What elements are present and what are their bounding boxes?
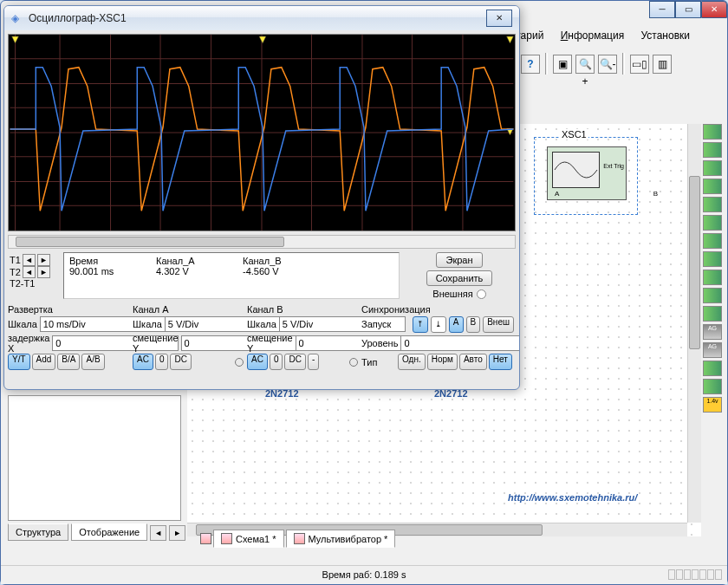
chb-dc-button[interactable]: DC (284, 354, 305, 370)
svg-marker-18 (259, 36, 266, 43)
channel-a-panel: Канал A Шкала смещение Y AC 0 DC (133, 302, 244, 371)
palette-icon[interactable] (703, 361, 722, 376)
osc-readout: T1 ◄ ► T2 ◄ ► T2-T1 Время90.001 ms Канал… (8, 252, 516, 299)
readout-values: Время90.001 ms Канал_A4.302 V Канал_B-4.… (63, 252, 400, 299)
palette-icon[interactable] (703, 233, 722, 249)
add-button[interactable]: Add (32, 354, 56, 370)
minimize-button[interactable]: ─ (649, 1, 675, 18)
palette-icon[interactable]: AG (703, 342, 722, 358)
menu-item[interactable]: Информация (561, 29, 624, 42)
pages-icon[interactable]: ▥ (653, 55, 672, 74)
sweep-panel: Развертка Шкала задержка X Y/T Add B/A A… (8, 302, 129, 371)
trig-single-button[interactable]: Одн. (398, 354, 426, 370)
left-panel (8, 395, 181, 521)
xsc1-label: XSC1 (560, 129, 588, 140)
ba-button[interactable]: B/A (57, 354, 80, 370)
osc-title-text: Осциллограф-XSC1 (29, 12, 127, 24)
ab-button[interactable]: A/B (81, 354, 104, 370)
osc-horizontal-scrollbar[interactable] (8, 235, 516, 249)
screen-button[interactable]: Экран (436, 252, 482, 268)
zoom-in-icon[interactable]: 🔍+ (575, 55, 595, 74)
external-radio[interactable] (477, 289, 486, 299)
save-button[interactable]: Сохранить (426, 270, 493, 286)
palette-icon[interactable]: 1.4v (703, 397, 722, 413)
svg-marker-17 (12, 36, 19, 43)
channel-b-panel: Канал B Шкала смещение Y AC 0 DC - (247, 302, 358, 371)
ext-trig-label: Ext Trig (603, 163, 624, 169)
main-window-controls: ─ ▭ ✕ (649, 1, 727, 18)
t2-right-button[interactable]: ► (37, 266, 50, 278)
menu-item[interactable]: Установки (641, 29, 690, 42)
t1-left-button[interactable]: ◄ (23, 254, 36, 266)
close-button[interactable]: ✕ (701, 1, 727, 18)
oscilloscope-window: ◈ Осциллограф-XSC1 ✕ T1 (3, 5, 520, 390)
trigger-panel: Синхронизация Запуск ⤒ ⤓ A B Внеш Уровен… (361, 302, 514, 371)
ab-labels: A B (555, 190, 675, 198)
tab-structure[interactable]: Структура (8, 523, 68, 541)
palette-icon[interactable] (703, 251, 722, 267)
cha-radio[interactable] (235, 358, 244, 367)
status-runtime: Время раб: 0.189 s (322, 569, 406, 580)
book-icon[interactable]: ▭▯ (630, 55, 649, 74)
tab-nav-prev[interactable]: ◄ (150, 525, 166, 541)
zoom-out-icon[interactable]: 🔍- (598, 55, 617, 74)
chb-radio[interactable] (349, 358, 358, 367)
schematic-icon (294, 533, 305, 544)
cha-ac-button[interactable]: AC (133, 354, 153, 370)
palette-icon[interactable] (703, 306, 722, 322)
palette-icon[interactable] (703, 179, 722, 194)
help-icon[interactable]: ? (521, 55, 540, 74)
palette-icon[interactable] (703, 197, 722, 212)
trig-level-input[interactable] (400, 335, 520, 351)
chb-minus-button[interactable]: - (308, 354, 319, 370)
toolbar: ? ▣ 🔍+ 🔍- ▭▯ ▥ (521, 49, 727, 79)
screen-icon[interactable]: ▣ (553, 55, 572, 74)
trig-none-button[interactable]: Нет (489, 354, 512, 370)
xsc1-component[interactable]: Ext Trig A B (547, 146, 627, 200)
t2-left-button[interactable]: ◄ (23, 266, 36, 278)
palette-icon[interactable] (703, 288, 722, 303)
chb-0-button[interactable]: 0 (270, 354, 283, 370)
trig-auto-button[interactable]: Авто (459, 354, 487, 370)
palette-icon[interactable] (703, 160, 722, 176)
cha-dc-button[interactable]: DC (170, 354, 191, 370)
cha-0-button[interactable]: 0 (155, 354, 169, 370)
chb-ac-button[interactable]: AC (247, 354, 268, 370)
menu-bar-fragment: нтарий Информация Установки (504, 29, 697, 42)
oscilloscope-screen[interactable] (8, 34, 516, 231)
trig-ext-button[interactable]: Внеш (483, 316, 514, 333)
left-panel-tabs: Структура Отображение ◄ ► (8, 523, 185, 541)
palette-icon[interactable] (703, 379, 722, 394)
osc-titlebar[interactable]: ◈ Осциллограф-XSC1 ✕ (4, 6, 519, 30)
status-bar: Время раб: 0.189 s (1, 565, 727, 584)
trig-b-button[interactable]: B (466, 316, 481, 333)
tab-display[interactable]: Отображение (71, 523, 147, 541)
external-label: Внешняя (432, 289, 472, 299)
url-text: http://www.sxemotehnika.ru/ (508, 492, 637, 503)
tab-multivibrator[interactable]: Мультивибратор * (286, 530, 396, 548)
oscilloscope-icon: ◈ (11, 12, 23, 24)
palette-icon[interactable] (703, 142, 722, 158)
trig-a-button[interactable]: A (449, 316, 464, 333)
trig-rising-icon[interactable]: ⤒ (413, 316, 428, 333)
palette-icon[interactable] (703, 124, 722, 140)
t1-right-button[interactable]: ► (37, 254, 50, 266)
osc-close-button[interactable]: ✕ (486, 10, 512, 27)
svg-marker-19 (507, 36, 514, 43)
palette-icon[interactable] (703, 215, 722, 231)
palette-icon[interactable]: AG (703, 324, 722, 340)
trig-falling-icon[interactable]: ⤓ (431, 316, 446, 333)
trig-norm-button[interactable]: Норм (427, 354, 458, 370)
canvas-scrollbar-vertical[interactable] (687, 124, 701, 523)
osc-control-panels: Развертка Шкала задержка X Y/T Add B/A A… (8, 302, 516, 371)
tab-schema1[interactable]: Схема1 * (213, 530, 284, 548)
tab-nav-next[interactable]: ► (169, 525, 185, 541)
schematic-icon (221, 533, 232, 544)
instrument-palette: AG AG 1.4v (703, 124, 724, 415)
document-tabs: Схема1 * Мультивибратор * (200, 530, 395, 548)
yt-button[interactable]: Y/T (8, 354, 30, 370)
maximize-button[interactable]: ▭ (675, 1, 701, 18)
tab-icon (200, 533, 211, 544)
palette-icon[interactable] (703, 270, 722, 285)
